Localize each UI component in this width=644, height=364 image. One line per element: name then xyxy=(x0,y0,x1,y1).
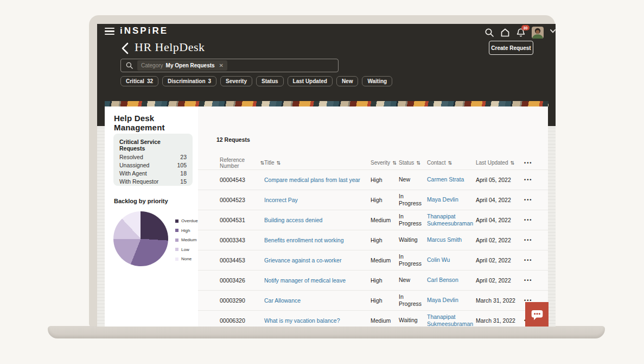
home-icon[interactable] xyxy=(500,28,510,37)
table-row[interactable]: 00004523Incorrect PayHighIn ProgressMaya… xyxy=(198,190,548,210)
cell-title-link[interactable]: Building access denied xyxy=(264,217,371,223)
column-header-reference-number[interactable]: Reference Number⇅ xyxy=(220,157,264,169)
cell-contact-link[interactable]: Carmen Strata xyxy=(427,176,476,183)
chat-widget-button[interactable] xyxy=(525,302,549,327)
legend-item-medium: Medium xyxy=(175,237,198,242)
cell-contact-link[interactable]: Maya Devlin xyxy=(427,196,476,203)
row-overflow-icon[interactable]: ••• xyxy=(524,177,548,183)
cell-title-link[interactable]: What is my vacation balance? xyxy=(264,317,371,324)
table-header-row: Reference Number⇅Title⇅Severity⇅Status⇅C… xyxy=(198,156,548,170)
table-row[interactable]: 00003426Notify manager of medical leaveH… xyxy=(198,270,548,290)
critical-service-requests-card: Critical Service Requests Resolved23Unas… xyxy=(113,134,193,186)
column-header-last-updated[interactable]: Last Updated⇅ xyxy=(476,160,524,166)
laptop-base xyxy=(48,326,605,338)
row-overflow-icon[interactable]: ••• xyxy=(524,197,548,203)
legend-label: Low xyxy=(181,247,189,252)
filter-chip-label: Waiting xyxy=(367,78,387,84)
cell-title-link[interactable]: Compare medical plans from last year xyxy=(264,177,371,183)
cell-contact-link[interactable]: Carl Benson xyxy=(427,277,476,284)
search-input[interactable]: Category My Open Requests ✕ xyxy=(120,59,339,72)
row-overflow-icon[interactable]: ••• xyxy=(524,217,548,223)
cell-contact-link[interactable]: Thanapipat Sukmeesubraman xyxy=(427,313,476,327)
cell-title-link[interactable]: Incorrect Pay xyxy=(264,197,371,203)
row-overflow-icon[interactable]: ••• xyxy=(524,237,548,243)
legend-label: None xyxy=(181,256,192,261)
cell-title-link[interactable]: Car Allowance xyxy=(264,297,371,304)
hamburger-menu-icon[interactable] xyxy=(105,28,114,35)
cell-severity: High xyxy=(371,277,399,284)
table-row[interactable]: 00006320What is my vacation balance?Medi… xyxy=(198,310,548,327)
create-request-button[interactable]: Create Request xyxy=(489,41,533,55)
sort-icon[interactable]: ⇅ xyxy=(416,160,420,166)
table-row[interactable]: 00004543Compare medical plans from last … xyxy=(198,170,548,190)
cell-contact-link[interactable]: Maya Devlin xyxy=(427,297,476,304)
filter-chip-severity[interactable]: Severity xyxy=(220,76,252,86)
filter-chip-label: Status xyxy=(262,78,278,84)
legend-item-overdue: Overdue xyxy=(175,218,198,223)
column-header-label: Reference Number xyxy=(220,157,258,169)
column-header-label: Title xyxy=(264,160,275,166)
cell-title-link[interactable]: Grievance against a co-worker xyxy=(264,257,371,263)
sort-icon[interactable]: ⇅ xyxy=(277,160,281,166)
cell-contact-link[interactable]: Marcus Smith xyxy=(427,236,476,243)
filter-chip-label: Severity xyxy=(226,78,247,84)
cell-last-updated: April 02, 2022 xyxy=(476,257,524,263)
stats-value: 18 xyxy=(180,170,187,178)
filter-chip-new[interactable]: New xyxy=(336,76,359,86)
filter-chip-last-updated[interactable]: Last Updated xyxy=(288,76,333,86)
column-header-label: Last Updated xyxy=(476,160,508,166)
cell-status: In Progress xyxy=(399,213,427,227)
cell-severity: High xyxy=(371,237,399,243)
stats-label: With Requestor xyxy=(119,178,158,186)
user-avatar[interactable] xyxy=(532,27,544,39)
sort-icon[interactable]: ⇅ xyxy=(392,160,397,166)
filter-chip-count: 3 xyxy=(208,78,212,84)
cell-last-updated: March 31, 2022 xyxy=(476,317,524,324)
cell-reference-number: 00034453 xyxy=(220,257,264,263)
chip-close-icon[interactable]: ✕ xyxy=(219,62,224,68)
back-arrow-icon[interactable] xyxy=(120,42,129,54)
column-header-status[interactable]: Status⇅ xyxy=(399,160,427,166)
sort-icon[interactable]: ⇅ xyxy=(511,160,515,166)
legend-label: High xyxy=(181,228,190,233)
helpdesk-sidebar: Help Desk Management Critical Service Re… xyxy=(105,106,198,327)
chevron-down-icon[interactable] xyxy=(550,28,556,37)
cell-reference-number: 00004531 xyxy=(220,217,264,223)
table-row[interactable]: 00004531Building access deniedMediumIn P… xyxy=(198,210,548,230)
cell-severity: High xyxy=(371,197,399,203)
row-overflow-icon[interactable]: ••• xyxy=(524,258,548,263)
filter-chip-critical[interactable]: Critical32 xyxy=(120,76,158,86)
cell-status: Waiting xyxy=(399,317,427,324)
cell-last-updated: March 31, 2022 xyxy=(476,297,524,304)
table-row[interactable]: 00003343Benefits enrollment not workingH… xyxy=(198,230,548,250)
cell-contact-link[interactable]: Thanapipat Sukmeesubraman xyxy=(427,213,476,227)
cell-title-link[interactable]: Notify manager of medical leave xyxy=(264,277,371,284)
table-header-overflow-icon[interactable]: ••• xyxy=(524,160,548,166)
cell-title-link[interactable]: Benefits enrollment not working xyxy=(264,237,371,243)
pie-legend: OverdueHighMediumLowNone xyxy=(175,218,198,261)
search-filter-chip[interactable]: Category My Open Requests ✕ xyxy=(137,60,227,71)
column-header-label: Contact xyxy=(427,160,445,166)
requests-panel: 12 Requests Reference Number⇅Title⇅Sever… xyxy=(198,106,548,327)
right-scrollbar-strip[interactable] xyxy=(548,126,556,327)
table-row[interactable]: 00034453Grievance against a co-workerMed… xyxy=(198,250,548,270)
table-row[interactable]: 00003290Car AllowanceHighIn ProgressMaya… xyxy=(198,290,548,310)
search-icon[interactable] xyxy=(484,28,494,37)
row-overflow-icon[interactable]: ••• xyxy=(524,278,548,283)
sort-icon[interactable]: ⇅ xyxy=(260,160,264,166)
cell-contact-link[interactable]: Colin Wu xyxy=(427,256,476,263)
legend-label: Medium xyxy=(181,237,196,242)
column-header-title[interactable]: Title⇅ xyxy=(264,160,371,166)
cell-last-updated: April 04, 2022 xyxy=(476,197,524,203)
notifications-bell-icon[interactable]: 30 xyxy=(516,28,526,37)
stats-row: Unassigned105 xyxy=(119,161,187,170)
sort-icon[interactable]: ⇅ xyxy=(448,160,452,166)
cell-status: Waiting xyxy=(399,236,427,243)
filter-chip-status[interactable]: Status xyxy=(256,76,284,86)
filter-chip-waiting[interactable]: Waiting xyxy=(362,76,392,86)
column-header-severity[interactable]: Severity⇅ xyxy=(371,160,399,166)
column-header-contact[interactable]: Contact⇅ xyxy=(427,160,476,166)
filter-chip-discrimination[interactable]: Discrimination3 xyxy=(162,76,216,86)
column-header-label: Status xyxy=(399,160,414,166)
app-logo: iNSPiRE xyxy=(120,26,168,36)
